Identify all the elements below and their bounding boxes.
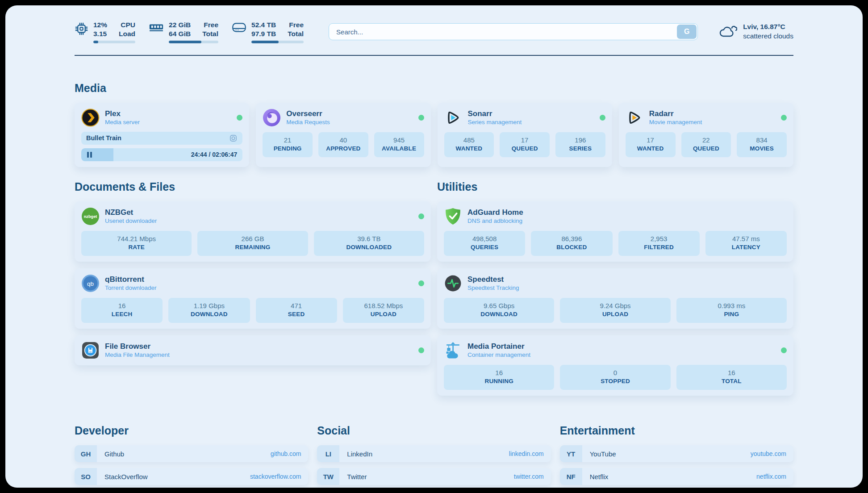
adguard-icon [444,207,462,226]
link-url: github.com [271,450,301,457]
stat-box: 17 WANTED [626,132,676,157]
ram-progress-bar [169,41,218,43]
section-title-utilities: Utilities [437,180,793,193]
stat-box: 86,396 BLOCKED [531,231,612,256]
stat-box: 16 LEECH [81,298,163,323]
link-row-youtube[interactable]: YT YouTube youtube.com [560,445,793,462]
app-subtitle: Media server [105,118,140,126]
plex-icon [81,109,100,127]
stat-box: 834 MOVIES [737,132,787,157]
google-search-button[interactable]: G [677,25,697,39]
section-title-developer: Developer [75,424,308,437]
app-subtitle: Container management [467,351,530,359]
section-entertainment: Entertainment YT YouTube youtube.com NF … [560,424,793,488]
stat-box: 471 SEED [256,298,337,323]
cpu-icon [75,22,88,38]
app-subtitle: Series management [468,118,522,126]
svg-text:nzbget: nzbget [84,214,97,219]
svg-text:qb: qb [87,280,94,287]
search-input[interactable] [329,23,698,40]
app-name: Radarr [649,109,702,118]
app-card-adguard[interactable]: AdGuard Home DNS and adblocking 498,508 … [437,201,793,262]
app-card-plex[interactable]: Plex Media server Bullet Train [75,103,249,167]
app-card-filebrowser[interactable]: File Browser Media File Management [75,335,431,365]
radarr-icon [626,109,644,127]
link-name: Github [104,450,124,458]
app-name: Speedtest [467,275,519,284]
stat-box: 485 WANTED [444,132,494,157]
link-badge: TW [317,468,339,485]
stat-box: 47.57 ms LATENCY [705,231,787,256]
app-subtitle: Media Requests [286,118,330,126]
overseerr-icon [263,109,281,127]
playback-progress-bar: 24:44 / 02:06:47 [81,148,242,161]
link-badge: LI [317,445,339,462]
link-name: Twitter [347,473,367,480]
app-card-nzbget[interactable]: nzbget NZBGet Usenet downloader 744.21 M… [75,201,431,262]
app-subtitle: Torrent downloader [105,284,157,292]
section-media: Media Plex Media server [75,82,793,167]
ram-total-value: 64 GiB [169,29,191,38]
ram-free-label: Free [202,21,218,29]
disk-progress-bar [251,41,304,43]
qbittorrent-icon: qb [81,274,100,292]
link-url: linkedin.com [509,450,544,457]
app-name: qBittorrent [105,275,157,284]
stat-box: 945 AVAILABLE [374,132,424,157]
link-row-stackoverflow[interactable]: SO StackOverflow stackoverflow.com [75,468,308,485]
dashboard-screen: 12% CPU 3.15 Load [0,0,868,493]
app-subtitle: Media File Management [105,351,170,359]
cpu-load-label: Load [119,29,135,38]
link-row-github[interactable]: GH Github github.com [75,445,308,462]
app-card-overseerr[interactable]: Overseerr Media Requests 21 PENDING 40 A… [256,103,430,167]
ram-stat-group: 22 GiB Free 64 GiB Total [149,21,218,43]
app-card-sonarr[interactable]: Sonarr Series management 485 WANTED 17 Q… [438,103,612,167]
app-card-speedtest[interactable]: Speedtest Speedtest Tracking 9.65 Gbps D… [437,268,793,329]
status-online-dot [781,115,787,121]
system-stats: 12% CPU 3.15 Load [75,21,304,43]
link-row-netflix[interactable]: NF Netflix netflix.com [560,468,793,485]
app-subtitle: DNS and adblocking [467,217,523,225]
section-social: Social LI LinkedIn linkedin.com TW Twitt… [317,424,551,488]
link-row-linkedin[interactable]: LI LinkedIn linkedin.com [317,445,551,462]
ram-free-value: 22 GiB [169,21,191,29]
app-card-portainer[interactable]: Media Portainer Container management 16 … [437,335,793,396]
stat-box: 498,508 QUERIES [444,231,525,256]
section-title-entertainment: Entertainment [560,424,793,437]
status-online-dot [418,347,424,353]
stat-box: 40 APPROVED [318,132,368,157]
now-playing-bar: Bullet Train [81,132,242,145]
section-title-documents: Documents & Files [75,180,431,193]
app-card-qbittorrent[interactable]: qb qBittorrent Torrent downloader 16 LEE… [75,268,431,329]
sonarr-icon [444,109,463,127]
stat-box: 22 QUEUED [681,132,731,157]
ram-icon [149,22,164,35]
section-title-social: Social [317,424,551,437]
stat-box: 16 TOTAL [676,365,787,390]
app-subtitle: Movie management [649,118,702,126]
stat-box: 618.52 Mbps UPLOAD [343,298,424,323]
stat-box: 744.21 Mbps RATE [81,231,192,256]
app-card-radarr[interactable]: Radarr Movie management 17 WANTED 22 QUE… [619,103,793,167]
app-subtitle: Speedtest Tracking [467,284,519,292]
link-badge: GH [75,445,97,462]
app-name: Plex [105,109,140,118]
section-utilities: Utilities [437,180,793,396]
cpu-label: CPU [119,21,135,29]
app-name: AdGuard Home [467,208,523,217]
app-name: Media Portainer [467,342,530,351]
media-type-icon[interactable] [229,134,238,142]
stat-box: 196 SERIES [555,132,605,157]
stat-box: 16 RUNNING [444,365,554,390]
now-playing-title: Bullet Train [86,134,121,142]
link-row-twitter[interactable]: TW Twitter twitter.com [317,468,551,485]
disk-stat-group: 52.4 TB Free 97.9 TB Total [232,21,304,43]
weather-location-temp: Lviv, 16.87°C [743,22,793,32]
ram-total-label: Total [202,29,218,38]
stat-box: 0 STOPPED [560,365,670,390]
link-badge: NF [560,468,582,485]
playback-time: 24:44 / 02:06:47 [191,151,243,158]
stat-box: 21 PENDING [263,132,313,157]
stat-box: 266 GB REMAINING [197,231,308,256]
section-developer: Developer GH Github github.com SO StackO… [75,424,308,488]
